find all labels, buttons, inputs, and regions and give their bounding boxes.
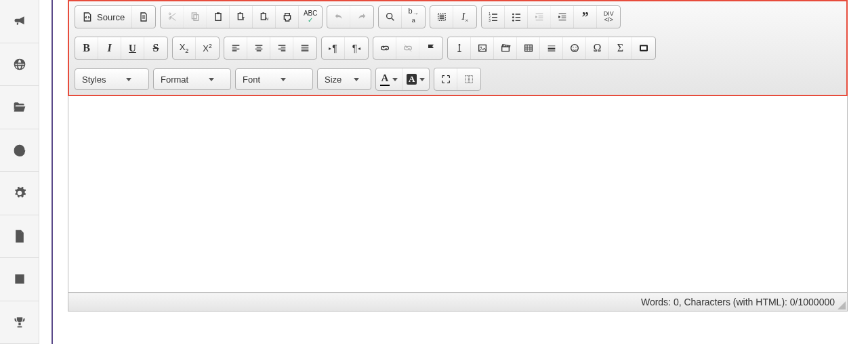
svg-point-26 [575, 47, 576, 47]
svg-point-18 [458, 44, 460, 46]
clapperboard-icon [500, 43, 511, 53]
find-button[interactable] [379, 6, 402, 28]
format-combo[interactable]: Format [153, 68, 231, 90]
align-center-button[interactable] [247, 37, 270, 59]
sidebar-document[interactable] [0, 215, 39, 259]
align-center-icon [253, 43, 264, 53]
unlink-button[interactable] [396, 37, 419, 59]
justify-button[interactable] [293, 37, 316, 59]
editor-toolbar: Source T W ABC✓ b→a [68, 0, 848, 96]
iframe-button[interactable] [632, 37, 655, 59]
sidebar-announcements[interactable] [0, 0, 39, 43]
select-all-button[interactable] [430, 6, 453, 28]
bold-button[interactable]: B [75, 37, 98, 59]
font-label: Font [243, 74, 260, 85]
sidebar-calendar[interactable] [0, 258, 39, 301]
sidebar-globe[interactable] [0, 43, 39, 87]
image-button[interactable] [471, 37, 494, 59]
bullet-list-button[interactable] [505, 6, 528, 28]
numbered-list-button[interactable]: 123 [482, 6, 505, 28]
paste-text-button[interactable]: T [230, 6, 253, 28]
link-button[interactable] [373, 37, 396, 59]
print-button[interactable] [276, 6, 299, 28]
copy-button[interactable] [184, 6, 207, 28]
group-select: I× [430, 5, 477, 28]
new-page-button[interactable] [132, 6, 155, 28]
blockquote-button[interactable]: ” [574, 6, 597, 28]
strike-button[interactable]: S [144, 37, 167, 59]
resize-grip[interactable] [838, 301, 846, 309]
editor-content[interactable] [68, 96, 848, 293]
sidebar-chart[interactable] [0, 129, 39, 173]
size-combo[interactable]: Size [317, 68, 371, 90]
justify-icon [299, 43, 310, 53]
ltr-button[interactable]: ▸¶ [322, 37, 345, 59]
outdent-button[interactable] [528, 6, 551, 28]
maximize-button[interactable] [434, 68, 457, 90]
group-links [373, 37, 443, 60]
svg-rect-28 [641, 46, 646, 49]
cut-button[interactable] [161, 6, 184, 28]
svg-rect-20 [457, 51, 461, 52]
redo-button[interactable] [350, 6, 373, 28]
svg-rect-23 [524, 45, 532, 51]
superscript-button[interactable]: X2 [196, 37, 219, 59]
group-direction: ▸¶ ¶◂ [321, 37, 369, 60]
anchor-button[interactable] [419, 37, 442, 59]
italic-button[interactable]: I [98, 37, 121, 59]
svg-text:3: 3 [489, 19, 491, 22]
rtl-button[interactable]: ¶◂ [345, 37, 368, 59]
smiley-icon [569, 43, 580, 53]
styles-label: Styles [82, 74, 106, 85]
file-icon [13, 230, 26, 243]
remove-format-button[interactable]: I× [453, 6, 476, 28]
text-color-button[interactable]: A [376, 68, 402, 90]
styles-combo[interactable]: Styles [75, 68, 149, 90]
format-label: Format [161, 74, 188, 85]
caret-icon [209, 78, 214, 81]
sidebar-trophy[interactable] [0, 301, 39, 345]
align-right-icon [276, 43, 287, 53]
caret-icon [354, 78, 359, 81]
align-right-button[interactable] [270, 37, 293, 59]
undo-button[interactable] [327, 6, 350, 28]
templates-button[interactable] [448, 37, 471, 59]
paste-button[interactable] [207, 6, 230, 28]
subscript-button[interactable]: X2 [173, 37, 196, 59]
replace-button[interactable]: b→a [402, 6, 425, 28]
special-char-button[interactable]: Ω [586, 37, 609, 59]
table-button[interactable] [517, 37, 540, 59]
math-button[interactable]: Σ [609, 37, 632, 59]
hr-button[interactable] [540, 37, 563, 59]
blocks-icon [463, 74, 474, 85]
svg-point-22 [480, 47, 482, 48]
source-button[interactable]: Source [75, 6, 132, 28]
align-left-icon [230, 43, 241, 53]
spellcheck-button[interactable]: ABC✓ [299, 6, 322, 28]
show-blocks-button[interactable] [457, 68, 480, 90]
align-left-button[interactable] [224, 37, 247, 59]
paste-word-button[interactable]: W [253, 6, 276, 28]
select-all-icon [436, 12, 447, 22]
caret-icon [419, 78, 425, 81]
sidebar-settings[interactable] [0, 172, 39, 215]
indent-button[interactable] [551, 6, 574, 28]
group-tools [434, 68, 481, 91]
svg-rect-29 [466, 76, 469, 83]
svg-rect-3 [217, 12, 220, 14]
group-subscript: X2 X2 [172, 37, 220, 60]
smiley-button[interactable] [563, 37, 586, 59]
code-page-icon [82, 12, 93, 22]
scissors-icon [167, 12, 178, 22]
iframe-icon [638, 43, 649, 53]
print-icon [282, 12, 293, 22]
underline-button[interactable]: U [121, 37, 144, 59]
flash-button[interactable] [494, 37, 517, 59]
font-combo[interactable]: Font [235, 68, 313, 90]
sidebar-folder[interactable] [0, 86, 39, 129]
bg-color-button[interactable]: A [402, 68, 429, 90]
ul-icon [511, 12, 522, 22]
outdent-icon [534, 12, 545, 22]
div-container-button[interactable]: DIV</> [597, 6, 620, 28]
group-undo [327, 5, 374, 28]
